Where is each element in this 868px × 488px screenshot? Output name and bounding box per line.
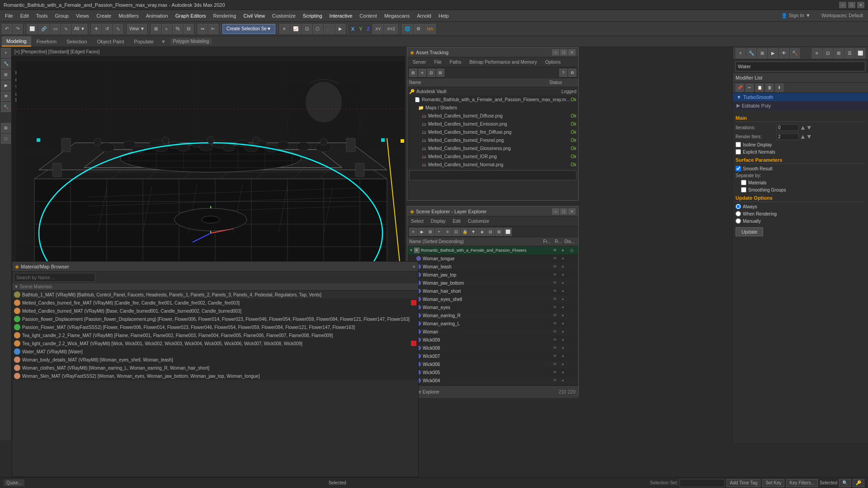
editable-poly-entry[interactable]: ▶ Editable Poly	[733, 101, 868, 110]
r-6[interactable]: ●	[558, 305, 567, 310]
iterations-input[interactable]: 0	[776, 124, 799, 131]
smooth-result-checkbox[interactable]	[736, 166, 741, 171]
modify-panel-btn[interactable]: 🔧	[1, 59, 11, 69]
scene-tb-11[interactable]: ⊞	[495, 228, 503, 236]
selection-set-input[interactable]	[679, 479, 725, 487]
xyz-button[interactable]: XY	[373, 24, 383, 34]
asset-row-map6[interactable]: 🗂 Melted_Candles_burned_IOR.png Ok	[407, 152, 578, 160]
eye-12[interactable]: 👁	[551, 354, 558, 358]
scene-row-8[interactable]: Woman_earring_L 👁 ●	[407, 319, 578, 328]
scene-row-3[interactable]: Woman_jaw_bottom 👁 ●	[407, 279, 578, 287]
menu-views[interactable]: Views	[73, 12, 92, 19]
eye-14[interactable]: 👁	[551, 370, 558, 375]
r-9[interactable]: ●	[558, 329, 567, 334]
r-4[interactable]: ●	[558, 289, 567, 293]
asset-row-map5[interactable]: 🗂 Melted_Candles_burned_Glossiness.png O…	[407, 144, 578, 152]
asset-tb-1[interactable]: ⊞	[409, 69, 417, 77]
scene-tab-customize[interactable]: Customize	[466, 218, 491, 225]
material-close-btn[interactable]: ×	[413, 264, 415, 269]
right-tb-modify[interactable]: 🔧	[746, 48, 756, 58]
scene-materials-header[interactable]: ▼ Scene Materials	[12, 283, 418, 291]
percent-snap-button[interactable]: %	[173, 24, 183, 34]
scene-row-4[interactable]: Woman_hair_short 👁 ●	[407, 287, 578, 295]
r-11[interactable]: ●	[558, 346, 567, 350]
r-13[interactable]: ●	[558, 362, 567, 366]
menu-file[interactable]: File	[2, 12, 16, 19]
scene-tb-5[interactable]: ≡	[443, 228, 452, 236]
scene-row-9[interactable]: Woman 👁 ●	[407, 328, 578, 336]
scene-list[interactable]: ▼ ⊞ Romantic_Bathtub_with_a_Female_and_P…	[407, 246, 578, 385]
eye-2[interactable]: 👁	[551, 272, 558, 277]
tab-populate[interactable]: Populate	[129, 36, 158, 47]
hierarchy-panel-btn[interactable]: ⊞	[1, 70, 11, 80]
r-0[interactable]: ●	[558, 256, 567, 261]
menu-help[interactable]: Help	[435, 12, 452, 19]
eye-8[interactable]: 👁	[551, 321, 558, 326]
create-selection-button[interactable]: Create Selection Se ▼	[222, 24, 275, 34]
menu-group[interactable]: Group	[52, 12, 72, 19]
mat-row-3[interactable]: Passion_flower_Displacement (Passion_flo…	[12, 315, 418, 323]
asset-tab-bitmap[interactable]: Bitmap Performance and Memory	[466, 59, 541, 66]
right-tb-extra4[interactable]: ☰	[844, 48, 854, 58]
water-input[interactable]: Water	[736, 61, 865, 71]
motion-panel-btn[interactable]: ▶	[1, 80, 11, 90]
asset-row-map3[interactable]: 🗂 Melted_Candles_burned_fire_Diffuse.png…	[407, 128, 578, 136]
scene-tb-1[interactable]: ×	[409, 228, 417, 236]
r-14[interactable]: ●	[558, 370, 567, 375]
render-setup-button[interactable]: 🎥	[324, 24, 335, 34]
scene-row-2[interactable]: Woman_jaw_top 👁 ●	[407, 271, 578, 279]
menu-customize[interactable]: Customize	[269, 12, 299, 19]
r-10[interactable]: ●	[558, 338, 567, 342]
viewport-canvas[interactable]: Polys: Total 6 160 153 Verts: 6 075 900 …	[12, 57, 405, 261]
asset-tab-options[interactable]: Options	[542, 59, 564, 66]
settings-button[interactable]: ⚙	[414, 24, 424, 34]
asset-maximize-btn[interactable]: □	[560, 49, 567, 56]
always-radio[interactable]	[736, 204, 741, 209]
menu-megascans[interactable]: Megascans	[381, 12, 413, 19]
scene-tb-7[interactable]: 🔒	[461, 228, 469, 236]
asset-tb-settings[interactable]: ⚙	[568, 69, 576, 77]
eye-9[interactable]: 👁	[551, 329, 558, 334]
asset-row-maps[interactable]: 📁 Maps / Shaders	[407, 103, 578, 112]
menu-graph-editors[interactable]: Graph Editors	[172, 12, 209, 19]
reference-coord-dropdown[interactable]: View ▼	[127, 24, 147, 34]
key-filters-btn[interactable]: Key Filters...	[786, 479, 818, 487]
asset-row-map1[interactable]: 🗂 Melted_Candles_burned_Diffuse.png Ok	[407, 112, 578, 120]
scene-tb-4[interactable]: +	[435, 228, 443, 236]
asset-minimize-btn[interactable]: −	[552, 49, 559, 56]
select-rotate-button[interactable]: ↺	[102, 24, 112, 34]
asset-tab-paths[interactable]: Paths	[446, 59, 465, 66]
asset-tb-info[interactable]: ?	[559, 69, 567, 77]
render-iters-down[interactable]: ▼	[806, 133, 812, 140]
right-tb-display[interactable]: 👁	[779, 48, 789, 58]
scene-row-15[interactable]: Wick004 👁 ●	[407, 376, 578, 385]
redo-button[interactable]: ↷	[13, 24, 23, 34]
scene-disp-1[interactable]: ◎	[567, 248, 576, 253]
scene-row-12[interactable]: Wick007 👁 ●	[407, 352, 578, 360]
mod-tb-3[interactable]: 📋	[755, 84, 764, 92]
mod-tb-5[interactable]: ⬆	[775, 84, 783, 92]
main-viewport[interactable]: [+] [Perspective] [Standard] [Edged Face…	[12, 47, 405, 261]
r-12[interactable]: ●	[558, 354, 567, 358]
asset-row-map7[interactable]: 🗂 Melted_Candles_burned_Normal.png Ok	[407, 160, 578, 169]
menu-interactive[interactable]: Interactive	[326, 12, 356, 19]
scene-tb-12[interactable]: ⬜	[504, 228, 512, 236]
eye-0[interactable]: 👁	[551, 256, 558, 261]
eye-11[interactable]: 👁	[551, 346, 558, 350]
scene-row-10[interactable]: Wick009 👁 ●	[407, 336, 578, 344]
scene-maximize-btn[interactable]: □	[560, 208, 567, 215]
right-tb-hierarchy[interactable]: ⊞	[757, 48, 767, 58]
ms-button[interactable]: MS	[425, 24, 436, 34]
mirror-button[interactable]: ⇔	[198, 24, 208, 34]
eye-1[interactable]: 👁	[551, 264, 558, 269]
rect-select-button[interactable]: ▭	[50, 24, 60, 34]
right-tb-utility[interactable]: 🔨	[790, 48, 800, 58]
scene-row-11[interactable]: Wick008 👁 ●	[407, 344, 578, 352]
display-panel-btn[interactable]: 👁	[1, 91, 11, 101]
manually-radio[interactable]	[736, 218, 741, 224]
menu-create[interactable]: Create	[93, 12, 114, 19]
spinner-snap-button[interactable]: ⊟	[184, 24, 193, 34]
add-time-tag-btn[interactable]: Add Time Tag	[726, 479, 760, 487]
scene-r-1[interactable]: ●	[558, 248, 567, 253]
asset-tb-3[interactable]: ⊟	[427, 69, 435, 77]
